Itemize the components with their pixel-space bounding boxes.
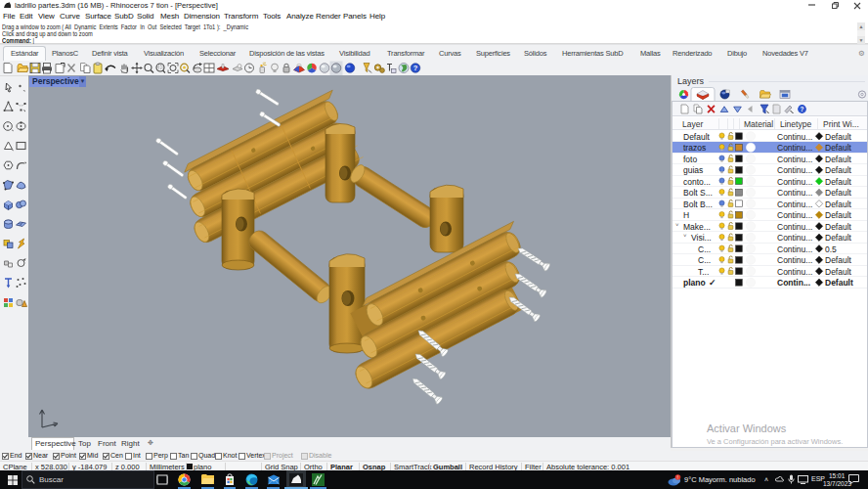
svg-text:!: !	[677, 475, 678, 480]
svg-text:?: ?	[413, 64, 418, 72]
